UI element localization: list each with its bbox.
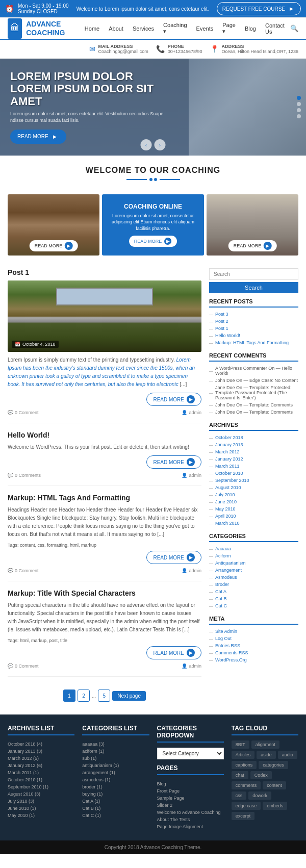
featured-read-more-button[interactable]: READ MORE ▶ <box>129 236 177 247</box>
footer-cat-2-link[interactable]: aciform (1) <box>82 749 104 754</box>
archive-aug2010-link[interactable]: August 2010 <box>215 485 241 490</box>
tag-css[interactable]: css <box>232 792 247 800</box>
cat-b-link[interactable]: Cat B <box>215 596 227 601</box>
nav-blog[interactable]: Blog <box>241 21 260 36</box>
recent-post-3-link[interactable]: Post 1 <box>215 326 228 331</box>
cat-arrangement-link[interactable]: Arrangement <box>215 568 242 573</box>
request-course-button[interactable]: REQUEST FREE COURSE ▶ <box>217 2 301 15</box>
tag-8bit[interactable]: 8BIT <box>232 741 249 749</box>
meta-wordpress-link[interactable]: WordPress.Org <box>215 657 247 662</box>
footer-cat-7-link[interactable]: broder (1) <box>82 784 103 789</box>
archive-oct2010-link[interactable]: October 2010 <box>215 471 243 476</box>
search-button[interactable]: Search <box>209 282 298 293</box>
footer-page-alignment-link[interactable]: Page Image Alignment <box>157 824 203 829</box>
footer-cat-1-link[interactable]: aaaaaa (3) <box>82 742 105 747</box>
cat-broder-link[interactable]: Broder <box>215 582 229 587</box>
tag-alignment[interactable]: alignment <box>251 741 279 749</box>
card3-read-more-button[interactable]: READ MORE ▶ <box>228 240 277 251</box>
footer-archive-1-link[interactable]: October 2018 (4) <box>8 742 42 747</box>
footer-archive-8-link[interactable]: August 2010 (3) <box>8 792 40 797</box>
footer-archive-6-link[interactable]: October 2010 (1) <box>8 777 42 782</box>
tag-captions[interactable]: captions <box>232 761 257 769</box>
nav-home[interactable]: Home <box>81 21 104 36</box>
post-4-read-more-button[interactable]: READ MORE ▶ <box>146 646 201 659</box>
archive-sep2010-link[interactable]: September 2010 <box>215 478 249 483</box>
nav-about[interactable]: About <box>105 21 128 36</box>
archive-jun2010-link[interactable]: June 2010 <box>215 499 237 504</box>
search-icon[interactable]: 🔍 <box>290 24 298 32</box>
archive-mar2011-link[interactable]: March 2011 <box>215 464 240 469</box>
archive-jan2013-link[interactable]: January 2013 <box>215 442 243 447</box>
tag-audio[interactable]: audio <box>278 751 297 759</box>
card1-read-more-button[interactable]: READ MORE ▶ <box>30 240 78 251</box>
archive-may2010-link[interactable]: May 2010 <box>215 506 236 512</box>
meta-entries-rss-link[interactable]: Entries RSS <box>215 643 240 648</box>
tag-comments[interactable]: comments <box>232 781 261 789</box>
page-1-button[interactable]: 1 <box>63 690 75 702</box>
recent-post-1-link[interactable]: Post 3 <box>215 312 228 317</box>
post-2-read-more-button[interactable]: READ MORE ▶ <box>146 455 201 469</box>
post-3-read-more-button[interactable]: READ MORE ▶ <box>146 551 201 564</box>
footer-cat-10-link[interactable]: Cat B (1) <box>82 806 100 811</box>
footer-page-blog-link[interactable]: Blog <box>157 781 166 786</box>
cat-antiquarianism-link[interactable]: Antiquarianism <box>215 560 246 566</box>
footer-page-slider-link[interactable]: Slider 2 <box>157 803 173 808</box>
cat-a-link[interactable]: Cat A <box>215 589 226 594</box>
page-next-button[interactable]: Next page <box>112 691 146 701</box>
footer-cat-4-link[interactable]: antiquarianism (1) <box>82 763 119 768</box>
footer-cat-8-link[interactable]: buying (1) <box>82 792 103 797</box>
archive-apr2010-link[interactable]: April 2010 <box>215 514 236 519</box>
tag-excerpt[interactable]: excerpt <box>232 812 255 820</box>
archive-jul2010-link[interactable]: July 2010 <box>215 492 235 497</box>
cat-aaaaaa-link[interactable]: Aaaaaa <box>215 546 231 551</box>
footer-archive-7-link[interactable]: September 2010 (1) <box>8 784 48 789</box>
tag-embeds[interactable]: embeds <box>263 802 287 810</box>
tag-codex[interactable]: Codex <box>250 771 272 779</box>
recent-post-5-link[interactable]: Markup: HTML Tags And Formatting <box>215 340 289 345</box>
page-2-button[interactable]: 2 <box>78 690 90 702</box>
tag-dowork[interactable]: dowork <box>248 792 271 800</box>
meta-comments-rss-link[interactable]: Comments RSS <box>215 650 248 655</box>
footer-page-sample-link[interactable]: Sample Page <box>157 796 185 801</box>
footer-archive-10-link[interactable]: June 2010 (3) <box>8 806 36 811</box>
archive-mar2010-link[interactable]: March 2010 <box>215 521 240 526</box>
tag-categories[interactable]: categories <box>259 761 288 769</box>
tag-aside[interactable]: aside <box>257 751 276 759</box>
nav-events[interactable]: Events <box>192 21 218 36</box>
tag-edge-case[interactable]: edge case <box>232 802 261 810</box>
search-input[interactable] <box>209 268 298 280</box>
footer-archive-9-link[interactable]: July 2010 (3) <box>8 799 34 804</box>
footer-cat-11-link[interactable]: Cat C (1) <box>82 813 101 818</box>
footer-cat-6-link[interactable]: asmodeus (1) <box>82 777 110 782</box>
tag-chat[interactable]: chat <box>232 771 248 779</box>
footer-archive-2-link[interactable]: January 2013 (3) <box>8 749 42 754</box>
cat-asmodeus-link[interactable]: Asmodeus <box>215 575 237 580</box>
footer-page-welcome-link[interactable]: Welcome to Advance Coaching <box>157 810 221 815</box>
archive-jan2012-link[interactable]: January 2012 <box>215 456 243 462</box>
nav-services[interactable]: Services <box>129 21 158 36</box>
post-1-read-more-button[interactable]: READ MORE ▶ <box>146 393 201 406</box>
footer-archive-11-link[interactable]: May 2010 (1) <box>8 813 35 818</box>
meta-log-out-link[interactable]: Log Out <box>215 636 232 641</box>
cat-c-link[interactable]: Cat C <box>215 603 227 608</box>
recent-post-4-link[interactable]: Hello World! <box>215 333 240 338</box>
archive-mar2012-link[interactable]: March 2012 <box>215 449 240 454</box>
categories-dropdown[interactable]: Select Category <box>157 748 224 759</box>
recent-post-2-link[interactable]: Post 2 <box>215 319 228 324</box>
footer-page-about-link[interactable]: About The Tests <box>157 817 190 822</box>
footer-cat-9-link[interactable]: Cat A (1) <box>82 799 100 804</box>
tag-content[interactable]: content <box>263 781 286 789</box>
hero-read-more-button[interactable]: READ MORE ▶ <box>10 130 66 144</box>
tag-articles[interactable]: Articles <box>232 751 255 759</box>
footer-page-front-link[interactable]: Front Page <box>157 788 180 794</box>
meta-site-admin-link[interactable]: Site Admin <box>215 629 237 634</box>
nav-coaching[interactable]: Coaching ▾ <box>159 18 191 39</box>
archive-oct2018-link[interactable]: October 2018 <box>215 435 243 440</box>
footer-archive-3-link[interactable]: March 2012 (5) <box>8 756 39 761</box>
nav-page[interactable]: Page ▾ <box>218 18 240 39</box>
nav-contact[interactable]: Contact Us <box>261 18 289 39</box>
footer-archive-4-link[interactable]: January 2012 (6) <box>8 763 42 768</box>
cat-aciform-link[interactable]: Aciform <box>215 553 231 558</box>
footer-cat-5-link[interactable]: arrangement (1) <box>82 770 115 775</box>
page-last-button[interactable]: 5 <box>98 690 110 702</box>
